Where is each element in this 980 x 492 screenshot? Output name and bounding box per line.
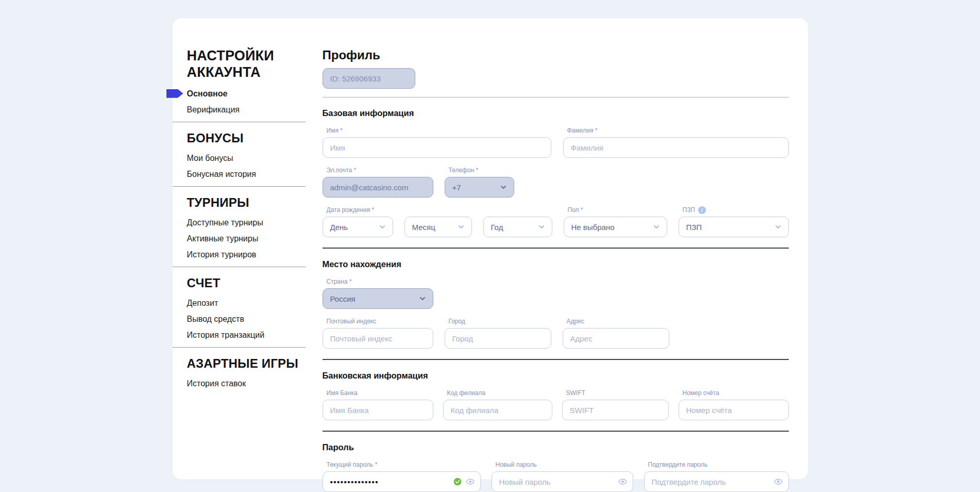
sidebar-group-tournaments: ТУРНИРЫ bbox=[187, 195, 323, 210]
sidebar-item-label: История транзакций bbox=[187, 331, 265, 339]
sidebar-item-bet-history[interactable]: История ставок bbox=[187, 379, 323, 388]
new-password-field: Новый пароль bbox=[492, 461, 633, 492]
sidebar-item-tournament-history[interactable]: История турниров bbox=[187, 250, 323, 259]
sidebar: НАСТРОЙКИ АККАУНТА Основное Верификация … bbox=[173, 19, 323, 479]
pzp-label: ПЗП i bbox=[679, 206, 789, 214]
sidebar-item-label: Бонусная история bbox=[187, 170, 256, 178]
dob-day-select[interactable]: День bbox=[323, 217, 393, 237]
pzp-value: ПЗП bbox=[686, 223, 702, 232]
phone-code-value: +7 bbox=[452, 183, 461, 192]
phone-field: Телефон * +7 bbox=[445, 167, 514, 198]
sidebar-item-label: Активные турниры bbox=[187, 234, 259, 243]
current-password-field: Текущий пароль * bbox=[323, 461, 481, 492]
chevron-down-icon bbox=[458, 225, 464, 229]
sidebar-item-available-tournaments[interactable]: Доступные турниры bbox=[187, 218, 323, 227]
check-circle-icon bbox=[453, 478, 462, 486]
bank-name-input[interactable] bbox=[323, 400, 433, 420]
address-input[interactable] bbox=[563, 328, 669, 349]
city-field: Город bbox=[445, 318, 551, 349]
sidebar-item-main[interactable]: Основное bbox=[187, 89, 323, 99]
sidebar-divider bbox=[173, 122, 306, 122]
branch-code-field: Код филиала bbox=[443, 389, 552, 420]
gender-select[interactable]: Не выбрано bbox=[564, 217, 667, 237]
confirm-password-label: Подтвердите пароль bbox=[644, 461, 789, 469]
country-label: Страна * bbox=[323, 278, 433, 286]
sidebar-item-label: Вывод средств bbox=[187, 315, 244, 323]
country-field: Страна * Россия bbox=[323, 278, 433, 309]
sidebar-item-label: История ставок bbox=[187, 379, 246, 388]
sidebar-title: НАСТРОЙКИ АККАУНТА bbox=[187, 48, 295, 81]
eye-icon[interactable] bbox=[618, 479, 627, 485]
sidebar-item-verification[interactable]: Верификация bbox=[187, 105, 323, 114]
email-label: Эл.почта * bbox=[323, 167, 433, 174]
account-settings-card: НАСТРОЙКИ АККАУНТА Основное Верификация … bbox=[173, 19, 808, 479]
account-number-field: Номер счёта bbox=[679, 389, 789, 420]
chevron-down-icon bbox=[500, 185, 506, 189]
pzp-field: ПЗП i ПЗП bbox=[679, 206, 789, 237]
phone-label: Телефон * bbox=[445, 167, 514, 174]
phone-code-select: +7 bbox=[445, 177, 514, 198]
city-label: Город bbox=[445, 318, 551, 325]
last-name-label: Фамилия * bbox=[563, 127, 789, 135]
chevron-down-icon bbox=[775, 225, 781, 229]
new-password-input[interactable] bbox=[492, 471, 633, 492]
current-password-label: Текущий пароль * bbox=[323, 461, 481, 469]
form-row: Имя * Фамилия * bbox=[323, 127, 789, 158]
postal-code-input[interactable] bbox=[323, 328, 433, 349]
swift-field: SWIFT bbox=[562, 389, 669, 420]
branch-code-input[interactable] bbox=[443, 400, 552, 420]
section-divider bbox=[323, 97, 789, 97]
first-name-field: Имя * bbox=[323, 127, 551, 158]
account-number-input[interactable] bbox=[679, 400, 789, 420]
dob-year-field: Год bbox=[483, 206, 552, 237]
sidebar-item-label: Депозит bbox=[187, 299, 218, 307]
confirm-password-input[interactable] bbox=[644, 471, 789, 492]
bank-name-label: Имя Банка bbox=[323, 389, 433, 397]
location-heading: Место нахождения bbox=[323, 259, 789, 269]
sidebar-item-deposit[interactable]: Депозит bbox=[187, 298, 323, 308]
pzp-select[interactable]: ПЗП bbox=[679, 217, 789, 237]
sidebar-item-label: Основное bbox=[187, 89, 228, 98]
sidebar-divider bbox=[173, 347, 306, 348]
sidebar-item-transaction-history[interactable]: История транзакций bbox=[187, 330, 323, 340]
dob-month-select[interactable]: Месяц bbox=[404, 217, 472, 237]
eye-icon[interactable] bbox=[466, 479, 475, 485]
section-divider bbox=[323, 359, 789, 360]
bank-name-field: Имя Банка bbox=[323, 389, 433, 420]
sidebar-item-withdrawal[interactable]: Вывод средств bbox=[187, 314, 323, 324]
gender-label: Пол * bbox=[564, 206, 667, 214]
user-id-field bbox=[323, 68, 415, 89]
info-icon[interactable]: i bbox=[698, 206, 706, 214]
swift-input[interactable] bbox=[562, 400, 669, 420]
form-row: Текущий пароль * bbox=[323, 461, 789, 492]
last-name-input[interactable] bbox=[563, 137, 789, 158]
bank-info-heading: Банковская информация bbox=[323, 371, 789, 381]
form-row: Страна * Россия bbox=[323, 278, 789, 309]
swift-label: SWIFT bbox=[562, 389, 669, 397]
account-number-label: Номер счёта bbox=[679, 389, 789, 397]
dob-day-value: День bbox=[330, 223, 348, 232]
city-input[interactable] bbox=[445, 328, 551, 349]
chevron-down-icon bbox=[538, 225, 545, 229]
section-divider bbox=[323, 431, 789, 432]
dob-year-select[interactable]: Год bbox=[483, 217, 552, 237]
sidebar-item-bonus-history[interactable]: Бонусная история bbox=[187, 169, 323, 179]
first-name-input[interactable] bbox=[323, 137, 551, 158]
eye-icon[interactable] bbox=[774, 479, 783, 485]
country-select: Россия bbox=[323, 288, 433, 309]
form-row: Почтовый индекс Город Адрес bbox=[323, 318, 789, 349]
sidebar-item-active-tournaments[interactable]: Активные турниры bbox=[187, 234, 323, 243]
address-label: Адрес bbox=[563, 318, 669, 325]
confirm-password-field: Подтвердите пароль bbox=[644, 461, 789, 492]
postal-code-field: Почтовый индекс bbox=[323, 318, 433, 349]
country-value: Россия bbox=[330, 294, 356, 303]
section-divider bbox=[323, 248, 789, 249]
sidebar-item-my-bonuses[interactable]: Мои бонусы bbox=[187, 153, 323, 163]
page-background: НАСТРОЙКИ АККАУНТА Основное Верификация … bbox=[0, 0, 980, 492]
email-field: Эл.почта * bbox=[323, 167, 433, 198]
dob-day-field: Дата рождения * День bbox=[323, 206, 393, 237]
new-password-label: Новый пароль bbox=[492, 461, 633, 469]
branch-code-label: Код филиала bbox=[443, 389, 552, 397]
form-row: Дата рождения * День Месяц bbox=[323, 206, 789, 237]
active-item-arrow-icon bbox=[166, 89, 183, 98]
